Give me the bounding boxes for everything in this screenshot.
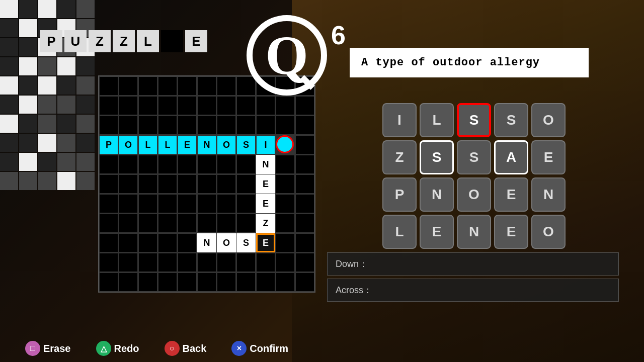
grid-cell bbox=[138, 253, 157, 272]
grid-cell[interactable]: N bbox=[197, 233, 216, 252]
grid-cell bbox=[295, 96, 314, 115]
letter-tile[interactable]: E bbox=[420, 215, 454, 249]
letter-tile[interactable]: N bbox=[531, 177, 566, 212]
letter-tile[interactable]: N bbox=[457, 215, 491, 249]
grid-cell bbox=[158, 116, 177, 135]
grid-cell[interactable]: L bbox=[138, 135, 157, 154]
puzzle-number: 6 bbox=[331, 20, 346, 50]
letter-tile[interactable]: S bbox=[420, 140, 454, 174]
grid-cell bbox=[158, 273, 177, 292]
letter-tile[interactable]: A bbox=[494, 140, 528, 174]
grid-cell[interactable]: O bbox=[217, 233, 236, 252]
letter-tile[interactable]: I bbox=[382, 103, 417, 137]
grid-cell bbox=[99, 214, 118, 233]
grid-cell bbox=[119, 233, 138, 252]
letter-tile[interactable]: O bbox=[531, 103, 566, 137]
puzzle-letter-z1: Z bbox=[89, 30, 111, 52]
erase-label: Erase bbox=[43, 343, 71, 354]
grid-cell bbox=[119, 273, 138, 292]
letter-tile[interactable]: E bbox=[531, 140, 566, 174]
letter-tile[interactable]: Z bbox=[382, 140, 417, 174]
across-clue: Across： bbox=[327, 279, 619, 302]
grid-cell[interactable]: S bbox=[236, 135, 256, 154]
grid-cell bbox=[217, 155, 236, 174]
back-control[interactable]: ○ Back bbox=[165, 341, 207, 356]
grid-cell bbox=[236, 96, 256, 115]
letter-tile[interactable]: S bbox=[457, 140, 491, 174]
grid-cell bbox=[295, 214, 314, 233]
letter-tile[interactable]: S bbox=[457, 103, 491, 137]
grid-cell[interactable] bbox=[276, 135, 294, 153]
grid-cell bbox=[276, 253, 295, 272]
letter-tile[interactable]: O bbox=[531, 215, 566, 249]
grid-cell bbox=[178, 233, 197, 252]
checkerboard-decoration bbox=[0, 0, 96, 191]
grid-cell bbox=[178, 116, 197, 135]
letter-tile[interactable]: L bbox=[420, 103, 454, 137]
grid-cell bbox=[138, 194, 157, 213]
grid-cell[interactable]: E bbox=[256, 233, 275, 252]
grid-cell[interactable]: L bbox=[158, 135, 177, 154]
grid-cell bbox=[217, 214, 236, 233]
grid-cell bbox=[178, 194, 197, 213]
triangle-button[interactable]: △ bbox=[96, 341, 111, 356]
grid-cell[interactable]: S bbox=[236, 233, 256, 252]
letter-tile[interactable]: E bbox=[494, 177, 528, 212]
grid-cell[interactable]: Z bbox=[256, 214, 275, 233]
grid-cell bbox=[178, 76, 197, 96]
grid-cell bbox=[99, 233, 118, 252]
letter-panel[interactable]: ILSSOZSSAEPNOENLENEO bbox=[382, 103, 566, 249]
grid-cell[interactable]: E bbox=[256, 194, 275, 213]
grid-cell bbox=[197, 253, 216, 272]
grid-cell bbox=[236, 214, 256, 233]
grid-cell bbox=[236, 174, 256, 194]
grid-cell bbox=[138, 273, 157, 292]
puzzle-letter-u: U bbox=[64, 30, 87, 52]
letter-tile[interactable]: P bbox=[382, 177, 417, 212]
grid-cell[interactable]: N bbox=[256, 155, 275, 174]
grid-cell bbox=[178, 96, 197, 115]
grid-cell bbox=[138, 174, 157, 194]
erase-control[interactable]: □ Erase bbox=[25, 341, 71, 356]
confirm-control[interactable]: × Confirm bbox=[231, 341, 288, 356]
crossword-grid[interactable]: POLLENOSINEEZNOSE bbox=[98, 75, 315, 293]
down-label: Down： bbox=[336, 258, 376, 270]
grid-cell[interactable]: E bbox=[256, 174, 275, 194]
back-label: Back bbox=[183, 343, 207, 354]
grid-cell bbox=[197, 214, 216, 233]
grid-cell bbox=[197, 273, 216, 292]
grid-cell bbox=[217, 273, 236, 292]
grid-cell[interactable]: O bbox=[217, 135, 236, 154]
grid-cell[interactable]: P bbox=[99, 135, 118, 154]
grid-cell bbox=[158, 194, 177, 213]
grid-cell bbox=[99, 76, 118, 96]
grid-cells[interactable]: POLLENOSINEEZNOSE bbox=[98, 75, 315, 293]
grid-cell bbox=[276, 214, 295, 233]
puzzle-letter-z2: Z bbox=[113, 30, 135, 52]
question-box: A type of outdoor allergy bbox=[350, 48, 589, 77]
grid-cell[interactable]: N bbox=[197, 135, 216, 154]
grid-cell bbox=[99, 253, 118, 272]
grid-cell bbox=[119, 253, 138, 272]
letter-tile[interactable]: E bbox=[494, 215, 528, 249]
redo-control[interactable]: △ Redo bbox=[96, 341, 139, 356]
letter-tile[interactable]: S bbox=[494, 103, 528, 137]
puzzle-letter-e: E bbox=[185, 30, 207, 52]
grid-cell bbox=[197, 194, 216, 213]
letter-tile[interactable]: O bbox=[457, 177, 491, 212]
grid-cell bbox=[217, 96, 236, 115]
grid-cell[interactable]: O bbox=[119, 135, 138, 154]
grid-cell bbox=[119, 155, 138, 174]
grid-cell bbox=[119, 116, 138, 135]
letter-tile[interactable]: N bbox=[420, 177, 454, 212]
circle-button[interactable]: ○ bbox=[165, 341, 180, 356]
letter-tile[interactable]: L bbox=[382, 215, 417, 249]
grid-cell bbox=[217, 194, 236, 213]
grid-cell bbox=[217, 116, 236, 135]
down-clue: Down： bbox=[327, 252, 619, 276]
grid-cell[interactable]: I bbox=[256, 135, 275, 154]
grid-cell[interactable]: E bbox=[178, 135, 197, 154]
square-button[interactable]: □ bbox=[25, 341, 40, 356]
grid-cell bbox=[119, 76, 138, 96]
cross-button[interactable]: × bbox=[231, 341, 247, 356]
